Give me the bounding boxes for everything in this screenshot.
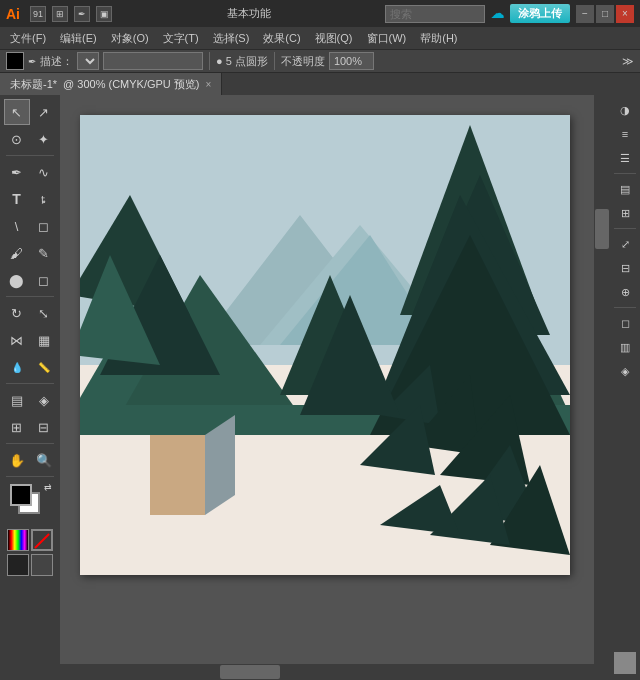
canvas-wrapper xyxy=(70,105,590,670)
svg-marker-14 xyxy=(150,435,205,515)
blend-tool[interactable]: ◈ xyxy=(31,387,57,413)
doc-counter[interactable]: 91 xyxy=(30,6,46,22)
graph-tool[interactable]: ▦ xyxy=(31,327,57,353)
measure-tool[interactable]: 📏 xyxy=(31,354,57,380)
panel-layers-icon[interactable]: ▤ xyxy=(614,178,636,200)
tool-row-zoom: ✋ 🔍 xyxy=(4,447,57,473)
shape-tool[interactable]: ◻ xyxy=(31,213,57,239)
mode-select[interactable] xyxy=(77,52,99,70)
touch-type-tool[interactable]: ȶ xyxy=(31,186,57,212)
close-button[interactable]: × xyxy=(616,5,634,23)
tool-divider-1 xyxy=(6,155,54,156)
magic-wand-tool[interactable]: ✦ xyxy=(31,126,57,152)
pencil-tool[interactable]: ✎ xyxy=(31,240,57,266)
screen-mode-icon[interactable] xyxy=(7,554,29,576)
search-input[interactable] xyxy=(385,5,485,23)
panel-stroke-icon[interactable]: ◻ xyxy=(614,312,636,334)
line-tool[interactable]: \ xyxy=(4,213,30,239)
swap-colors-icon[interactable]: ⇄ xyxy=(44,482,52,492)
canvas[interactable] xyxy=(80,115,570,575)
panel-appearance-icon[interactable]: ◈ xyxy=(614,360,636,382)
opacity-label: 不透明度 xyxy=(281,54,325,69)
doc-tab-name: 未标题-1* xyxy=(10,77,57,92)
none-icon[interactable] xyxy=(31,529,53,551)
eyedropper-icon[interactable]: ✒ xyxy=(28,56,36,67)
rotate-tool[interactable]: ↻ xyxy=(4,300,30,326)
menu-edit[interactable]: 编辑(E) xyxy=(54,29,103,48)
panel-align-icon[interactable]: ⊟ xyxy=(614,257,636,279)
panel-transform-icon[interactable]: ⤢ xyxy=(614,233,636,255)
display-icon[interactable]: ▣ xyxy=(96,6,112,22)
mode-label: 描述： xyxy=(40,54,73,69)
panel-toggle-icon[interactable]: ≫ xyxy=(622,55,634,68)
doc-tab-item[interactable]: 未标题-1* @ 300% (CMYK/GPU 预览) × xyxy=(0,73,222,95)
warp-tool[interactable]: ⋈ xyxy=(4,327,30,353)
lasso-tool[interactable]: ⊙ xyxy=(4,126,30,152)
tool-row-gradient: ▤ ◈ xyxy=(4,387,57,413)
eyedropper-tool[interactable]: 💧 xyxy=(4,354,30,380)
art-mode-icon[interactable] xyxy=(31,554,53,576)
layout-icon[interactable]: ⊞ xyxy=(52,6,68,22)
divider-2 xyxy=(274,52,275,70)
curvature-tool[interactable]: ∿ xyxy=(31,159,57,185)
optionsbar: ✒ 描述： ● 5 点圆形 不透明度 ≫ xyxy=(0,49,640,73)
slice-tool[interactable]: ⊟ xyxy=(31,414,57,440)
upload-button[interactable]: 涂鸦上传 xyxy=(510,4,570,23)
paintbrush-tool[interactable]: 🖌 xyxy=(4,240,30,266)
menu-window[interactable]: 窗口(W) xyxy=(361,29,413,48)
menu-effect[interactable]: 效果(C) xyxy=(257,29,306,48)
type-tool[interactable]: T xyxy=(4,186,30,212)
pen-icon[interactable]: ✒ xyxy=(74,6,90,22)
menu-view[interactable]: 视图(Q) xyxy=(309,29,359,48)
direct-select-tool[interactable]: ↗ xyxy=(31,99,57,125)
panel-pathfinder-icon[interactable]: ⊕ xyxy=(614,281,636,303)
panel-color-icon[interactable]: ◑ xyxy=(614,99,636,121)
panel-gradient-icon[interactable]: ▥ xyxy=(614,336,636,358)
stroke-color-swatch[interactable] xyxy=(6,52,24,70)
tool-row-slice: ⊞ ⊟ xyxy=(4,414,57,440)
artboard-tool[interactable]: ⊞ xyxy=(4,414,30,440)
panel-artboard-icon[interactable]: ⊞ xyxy=(614,202,636,224)
titlebar: Ai 91 ⊞ ✒ ▣ 基本功能 ☁ 涂鸦上传 − □ × xyxy=(0,0,640,27)
pen-tool[interactable]: ✒ xyxy=(4,159,30,185)
scale-tool[interactable]: ⤡ xyxy=(31,300,57,326)
panel-right: ◑ ≡ ☰ ▤ ⊞ ⤢ ⊟ ⊕ ◻ ▥ ◈ xyxy=(610,95,640,680)
menu-file[interactable]: 文件(F) xyxy=(4,29,52,48)
menubar: 文件(F) 编辑(E) 对象(O) 文字(T) 选择(S) 效果(C) 视图(Q… xyxy=(0,27,640,49)
menu-select[interactable]: 选择(S) xyxy=(207,29,256,48)
tool-row-pen: ✒ ∿ xyxy=(4,159,57,185)
tool-row-rotate: ↻ ⤡ xyxy=(4,300,57,326)
menu-help[interactable]: 帮助(H) xyxy=(414,29,463,48)
fg-color-swatch[interactable] xyxy=(10,484,32,506)
menu-object[interactable]: 对象(O) xyxy=(105,29,155,48)
minimize-button[interactable]: − xyxy=(576,5,594,23)
hand-tool[interactable]: ✋ xyxy=(4,447,30,473)
tool-divider-4 xyxy=(6,443,54,444)
panel-resize-handle[interactable] xyxy=(614,652,636,674)
color-icon[interactable] xyxy=(7,529,29,551)
scrollbar-horizontal-thumb[interactable] xyxy=(220,665,280,679)
blob-brush-tool[interactable]: ⬤ xyxy=(4,267,30,293)
menu-type[interactable]: 文字(T) xyxy=(157,29,205,48)
canvas-area[interactable] xyxy=(60,95,610,680)
opacity-input[interactable] xyxy=(329,52,374,70)
doc-tab-close[interactable]: × xyxy=(206,79,212,90)
tool-divider-3 xyxy=(6,383,54,384)
scrollbar-horizontal[interactable] xyxy=(60,664,594,680)
scrollbar-vertical[interactable] xyxy=(594,95,610,664)
tool-row-select: ↖ ↗ xyxy=(4,99,57,125)
maximize-button[interactable]: □ xyxy=(596,5,614,23)
select-tool[interactable]: ↖ xyxy=(4,99,30,125)
zoom-tool[interactable]: 🔍 xyxy=(31,447,57,473)
app-title: 基本功能 xyxy=(118,6,379,21)
tool-row-blob: ⬤ ◻ xyxy=(4,267,57,293)
stroke-input[interactable] xyxy=(103,52,203,70)
panel-library-icon[interactable]: ☰ xyxy=(614,147,636,169)
tool-row-line: \ ◻ xyxy=(4,213,57,239)
gradient-tool[interactable]: ▤ xyxy=(4,387,30,413)
eraser-tool[interactable]: ◻ xyxy=(31,267,57,293)
panel-divider-2 xyxy=(614,228,636,229)
tool-row-type: T ȶ xyxy=(4,186,57,212)
panel-properties-icon[interactable]: ≡ xyxy=(614,123,636,145)
scrollbar-vertical-thumb[interactable] xyxy=(595,209,609,249)
